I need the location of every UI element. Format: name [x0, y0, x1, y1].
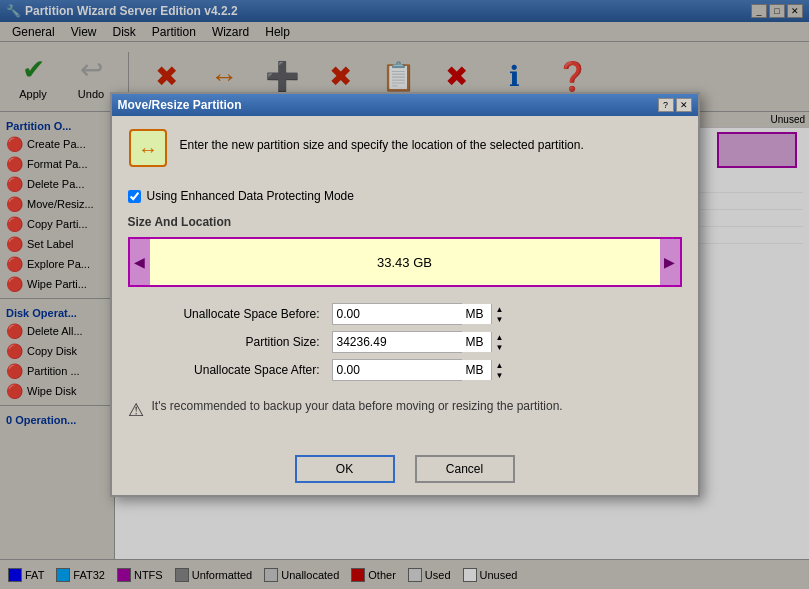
unallocate-before-unit: MB	[466, 307, 506, 321]
partition-size-display: 33.43 GB	[150, 239, 660, 285]
size-location-section: Size And Location	[128, 215, 682, 229]
dialog-description: Enter the new partition size and specify…	[180, 128, 584, 154]
unallocate-after-label: Unallocate Space After:	[128, 363, 328, 377]
checkbox-row: Using Enhanced Data Protecting Mode	[128, 189, 682, 203]
dialog-title-bar: Move/Resize Partition ? ✕	[112, 94, 698, 116]
svg-text:↔: ↔	[138, 138, 158, 160]
partition-size-label: Partition Size:	[128, 335, 328, 349]
enhanced-mode-label: Using Enhanced Data Protecting Mode	[147, 189, 354, 203]
dialog-title: Move/Resize Partition	[118, 98, 242, 112]
warning-row: ⚠ It's recommended to backup your data b…	[128, 389, 682, 431]
unallocate-before-label: Unallocate Space Before:	[128, 307, 328, 321]
warning-icon: ⚠	[128, 399, 144, 421]
dialog-header-icon: ↔	[128, 128, 168, 177]
unallocate-after-field[interactable]: ▲ ▼	[332, 359, 462, 381]
warning-text: It's recommended to backup your data bef…	[152, 399, 563, 413]
dialog-header: ↔ Enter the new partition size and speci…	[128, 128, 682, 177]
ok-button[interactable]: OK	[295, 455, 395, 483]
dialog-title-controls: ? ✕	[658, 98, 692, 112]
unallocate-before-field[interactable]: ▲ ▼	[332, 303, 462, 325]
dialog-help-button[interactable]: ?	[658, 98, 674, 112]
partition-size-field[interactable]: ▲ ▼	[332, 331, 462, 353]
dialog-content: ↔ Enter the new partition size and speci…	[112, 116, 698, 443]
resize-handle-left[interactable]: ◀	[130, 239, 150, 285]
dialog-close-button[interactable]: ✕	[676, 98, 692, 112]
dialog-footer: OK Cancel	[112, 443, 698, 495]
partition-size-unit: MB	[466, 335, 506, 349]
dialog-overlay: Move/Resize Partition ? ✕ ↔ Enter the ne…	[0, 0, 809, 589]
partition-visual: ◀ 33.43 GB ▶	[128, 237, 682, 287]
enhanced-mode-checkbox[interactable]	[128, 190, 141, 203]
resize-handle-right[interactable]: ▶	[660, 239, 680, 285]
unallocate-after-unit: MB	[466, 363, 506, 377]
cancel-button[interactable]: Cancel	[415, 455, 515, 483]
move-resize-dialog: Move/Resize Partition ? ✕ ↔ Enter the ne…	[110, 92, 700, 497]
